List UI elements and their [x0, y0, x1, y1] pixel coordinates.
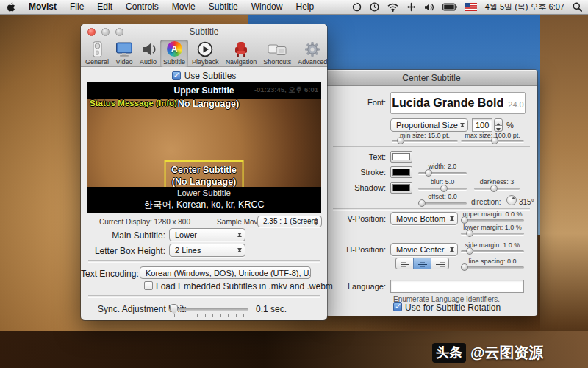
center-subtitle-panel: Center Subtitle Font: Lucida Grande Bold…	[326, 70, 537, 316]
menu-edit[interactable]: Edit	[90, 0, 119, 14]
lower-subtitle-text[interactable]: Lower Subtitle	[87, 188, 321, 197]
menu-movie[interactable]: Movie	[165, 0, 202, 14]
menubar-clock[interactable]: 4월 5일 (목) 오후 6:07	[485, 1, 564, 13]
menu-movist[interactable]: Movist	[22, 0, 63, 14]
shadow-darkness-label: darkness: 3	[474, 178, 520, 185]
font-size: 24.0	[508, 100, 523, 109]
upper-margin-thumb[interactable]	[461, 216, 468, 224]
letter-box-dropdown[interactable]: 2 Lines	[169, 244, 245, 257]
stroke-width-slider[interactable]	[418, 172, 467, 174]
menu-controls[interactable]: Controls	[119, 0, 165, 14]
hposition-dropdown[interactable]: Movie Center	[390, 243, 458, 256]
toolbar-item-advanced[interactable]: Advanced	[295, 40, 330, 67]
menu-window[interactable]: Window	[245, 0, 290, 14]
align-left-button[interactable]	[395, 258, 414, 269]
chair-icon	[234, 40, 248, 57]
dropdown-arrows-icon	[458, 120, 467, 130]
stroke-width-label: width: 2.0	[418, 163, 467, 170]
shadow-blur-thumb[interactable]	[440, 185, 448, 192]
volume-icon[interactable]	[424, 3, 434, 12]
line-spacing-thumb[interactable]	[461, 263, 468, 271]
lower-margin-slider[interactable]	[461, 233, 524, 235]
stepper-down-icon[interactable]	[494, 125, 503, 132]
direction-value: 315°	[519, 198, 534, 206]
stroke-width-thumb[interactable]	[425, 169, 432, 177]
max-size-slider[interactable]	[461, 140, 524, 142]
line-spacing-slider[interactable]	[461, 266, 524, 269]
side-margin-thumb[interactable]	[466, 247, 473, 255]
toolbar-item-subtitle[interactable]: A Subtitle	[160, 40, 188, 67]
shadow-offset-slider[interactable]	[418, 202, 467, 205]
toolbar-item-general[interactable]: General	[82, 40, 112, 67]
toolbar-item-playback[interactable]: Playback	[189, 40, 222, 67]
stroke-color-well[interactable]	[390, 166, 412, 178]
side-margin-slider[interactable]	[461, 250, 524, 252]
menu-file[interactable]: File	[63, 0, 90, 14]
menu-subtitle[interactable]: Subtitle	[202, 0, 245, 14]
shadow-color-well[interactable]	[390, 182, 412, 194]
play-icon	[197, 40, 213, 57]
zoom-button[interactable]	[115, 28, 123, 36]
size-value-field[interactable]: 100	[472, 118, 492, 132]
shadow-darkness-thumb[interactable]	[490, 185, 498, 192]
lower-margin-thumb[interactable]	[466, 230, 473, 237]
toolbar-item-navigation[interactable]: Navigation	[223, 40, 260, 67]
dropdown-arrows-icon	[235, 245, 244, 255]
panel-title-bar[interactable]: Center Subtitle	[326, 70, 537, 86]
direction-dial[interactable]	[506, 195, 517, 205]
min-size-slider[interactable]	[392, 140, 458, 142]
text-color-label: Text:	[326, 152, 386, 161]
minimize-button[interactable]	[101, 28, 110, 36]
use-subtitles-checkbox[interactable]	[172, 71, 181, 80]
remote-icon	[93, 40, 102, 57]
toolbar-item-audio[interactable]: Audio	[137, 40, 159, 67]
vposition-dropdown[interactable]: Movie Bottom	[390, 212, 458, 225]
min-size-thumb[interactable]	[397, 137, 404, 144]
font-button[interactable]: Lucida Grande Bold 24.0	[390, 92, 526, 114]
font-name: Lucida Grande Bold	[392, 96, 503, 110]
upper-language-text[interactable]: No Language)	[178, 99, 239, 109]
rotation-label: Use for Subtitle Rotation	[405, 302, 501, 313]
sample-movie-dropdown[interactable]: 2.35 : 1 (Screen)	[257, 216, 322, 227]
close-button[interactable]	[87, 28, 96, 36]
sync-unit-slider[interactable]	[169, 308, 248, 311]
toolbar-item-video[interactable]: Video	[112, 40, 136, 67]
shadow-blur-slider[interactable]	[418, 188, 467, 190]
size-mode-dropdown[interactable]: Proportional Size	[390, 118, 468, 132]
panel-title: Center Subtitle	[326, 73, 537, 83]
wifi-icon[interactable]	[387, 3, 398, 12]
max-size-thumb[interactable]	[491, 137, 498, 144]
align-left-icon	[400, 260, 410, 267]
align-right-icon	[435, 260, 445, 267]
use-subtitles-label: Use Subtitles	[184, 71, 237, 81]
toolbar-item-shortcuts[interactable]: Shortcuts	[260, 40, 294, 67]
dropdown-arrows-icon	[448, 244, 456, 255]
move-icon[interactable]	[406, 2, 416, 12]
spotlight-icon[interactable]	[573, 2, 582, 12]
load-embedded-checkbox[interactable]	[144, 281, 153, 290]
size-stepper[interactable]	[494, 118, 503, 132]
sync-unit-value: 0.1 sec.	[256, 304, 287, 314]
upper-margin-slider[interactable]	[461, 219, 524, 222]
watermark: 头条 @云图资源	[432, 343, 544, 363]
subtitle-a-icon: A	[167, 40, 182, 57]
text-encoding-button[interactable]: Korean (Windows, DOS), Unicode (UTF-8), …	[140, 266, 311, 279]
align-right-button[interactable]	[431, 258, 449, 269]
clock-icon[interactable]	[370, 2, 379, 12]
main-subtitle-dropdown[interactable]: Lower	[169, 228, 245, 241]
text-color-well[interactable]	[390, 151, 412, 163]
menu-help[interactable]: Help	[289, 0, 320, 14]
subtitle-preferences-window: Subtitle General Video Audio A Subtitle	[81, 24, 327, 320]
align-center-button[interactable]	[413, 258, 431, 269]
status-message-text[interactable]: Status Message (Info)	[90, 99, 177, 109]
flag-icon[interactable]	[465, 3, 477, 11]
load-embedded-label: Load Embedded Subtitles in .mkv and .web…	[156, 281, 333, 291]
battery-icon[interactable]	[442, 3, 457, 11]
sync-icon[interactable]	[352, 2, 362, 12]
shadow-darkness-slider[interactable]	[474, 188, 520, 190]
apple-menu[interactable]	[0, 2, 22, 13]
rotation-checkbox[interactable]	[393, 302, 402, 311]
current-display-text: Current Display: 1280 x 800	[99, 218, 190, 226]
shadow-offset-thumb[interactable]	[418, 199, 426, 207]
language-input[interactable]	[390, 280, 524, 293]
